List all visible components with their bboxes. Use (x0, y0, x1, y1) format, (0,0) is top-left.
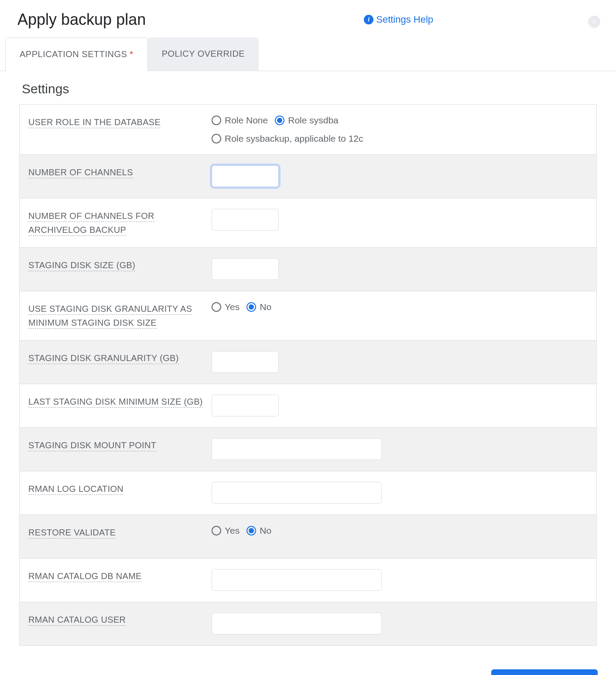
settings-help-link[interactable]: i Settings Help (364, 14, 433, 25)
tab-policy-override[interactable]: POLICY OVERRIDE (148, 38, 259, 71)
radio-option-restore_validate-1[interactable]: No (246, 525, 271, 536)
setting-control (212, 395, 588, 416)
info-icon: i (364, 15, 373, 24)
dialog-title: Apply backup plan (17, 10, 146, 29)
setting-row-num_channels: NUMBER OF CHANNELS (20, 155, 596, 198)
apply-backup-plan-dialog: Apply backup plan i Settings Help APPLIC… (0, 0, 616, 675)
num_channels-input[interactable] (212, 165, 279, 187)
radio-label: Role None (225, 115, 268, 126)
radio-label: No (260, 525, 271, 536)
radio-icon (212, 526, 221, 535)
last_staging_min_size-input[interactable] (212, 395, 279, 416)
close-icon (591, 19, 597, 25)
setting-label: RMAN LOG LOCATION (28, 482, 212, 496)
setting-row-staging_granularity: STAGING DISK GRANULARITY (GB) (20, 341, 596, 384)
setting-row-rman_catalog_db: RMAN CATALOG DB NAME (20, 559, 596, 602)
setting-control (212, 258, 588, 280)
section-title: Settings (19, 82, 597, 96)
radio-icon (212, 302, 221, 312)
radio-label: Yes (225, 302, 240, 312)
radio-label: Yes (225, 525, 240, 536)
setting-control: Role NoneRole sysdbaRole sysbackup, appl… (212, 115, 588, 144)
radio-icon (246, 526, 256, 535)
setting-row-user_role: USER ROLE IN THE DATABASERole NoneRole s… (20, 105, 596, 155)
setting-control (212, 209, 588, 231)
cancel-button[interactable]: Cancel (434, 672, 481, 675)
setting-row-restore_validate: RESTORE VALIDATEYesNo (20, 515, 596, 559)
radio-option-use_staging_granularity-0[interactable]: Yes (212, 302, 240, 312)
setting-row-staging_disk_size: STAGING DISK SIZE (GB) (20, 248, 596, 291)
rman_catalog_db-input[interactable] (212, 569, 382, 591)
setting-row-rman_log_location: RMAN LOG LOCATION (20, 471, 596, 515)
radio-icon (212, 116, 221, 125)
setting-control: YesNo (212, 302, 588, 312)
radio-option-user_role-2[interactable]: Role sysbackup, applicable to 12c (212, 133, 363, 144)
radio-icon (246, 302, 256, 312)
setting-label: STAGING DISK MOUNT POINT (28, 438, 212, 452)
setting-label: RMAN CATALOG DB NAME (28, 569, 212, 583)
dialog-footer: Cancel Apply backup plan (0, 655, 616, 675)
radio-icon (212, 134, 221, 143)
setting-control: YesNo (212, 525, 588, 536)
staging_granularity-input[interactable] (212, 351, 279, 373)
tab-application-settings[interactable]: APPLICATION SETTINGS* (5, 38, 148, 71)
dialog-header: Apply backup plan i Settings Help (0, 0, 616, 38)
close-button[interactable] (588, 16, 600, 28)
setting-row-num_channels_archivelog: NUMBER OF CHANNELS FOR ARCHIVELOG BACKUP (20, 198, 596, 248)
setting-label: USE STAGING DISK GRANULARITY AS MINIMUM … (28, 302, 212, 330)
radio-label: Role sysbackup, applicable to 12c (225, 133, 363, 144)
setting-row-staging_mount_point: STAGING DISK MOUNT POINT (20, 428, 596, 471)
settings-help-label: Settings Help (376, 14, 433, 25)
staging_disk_size-input[interactable] (212, 258, 279, 280)
setting-label: NUMBER OF CHANNELS (28, 165, 212, 179)
setting-row-rman_catalog_user: RMAN CATALOG USER (20, 602, 596, 646)
setting-label: RESTORE VALIDATE (28, 525, 212, 539)
radio-label: No (260, 302, 271, 312)
setting-row-use_staging_granularity: USE STAGING DISK GRANULARITY AS MINIMUM … (20, 291, 596, 341)
setting-control (212, 438, 588, 460)
rman_catalog_user-input[interactable] (212, 613, 382, 634)
setting-label: STAGING DISK SIZE (GB) (28, 258, 212, 272)
setting-row-last_staging_min_size: LAST STAGING DISK MINIMUM SIZE (GB) (20, 384, 596, 428)
setting-label: NUMBER OF CHANNELS FOR ARCHIVELOG BACKUP (28, 209, 212, 237)
radio-option-restore_validate-0[interactable]: Yes (212, 525, 240, 536)
settings-content: Settings USER ROLE IN THE DATABASERole N… (0, 71, 616, 646)
radio-option-user_role-0[interactable]: Role None (212, 115, 268, 126)
apply-button[interactable]: Apply backup plan (491, 669, 598, 675)
num_channels_archivelog-input[interactable] (212, 209, 279, 231)
radio-label: Role sysdba (288, 115, 339, 126)
settings-table: USER ROLE IN THE DATABASERole NoneRole s… (19, 104, 597, 646)
setting-label: USER ROLE IN THE DATABASE (28, 115, 212, 129)
required-indicator: * (130, 49, 133, 59)
radio-option-user_role-1[interactable]: Role sysdba (275, 115, 339, 126)
staging_mount_point-input[interactable] (212, 438, 382, 460)
rman_log_location-input[interactable] (212, 482, 382, 504)
tab-bar: APPLICATION SETTINGS*POLICY OVERRIDE (0, 38, 616, 71)
setting-label: RMAN CATALOG USER (28, 613, 212, 627)
setting-label: STAGING DISK GRANULARITY (GB) (28, 351, 212, 365)
setting-control (212, 165, 588, 187)
setting-control (212, 482, 588, 504)
radio-icon (275, 116, 284, 125)
radio-option-use_staging_granularity-1[interactable]: No (246, 302, 271, 312)
setting-label: LAST STAGING DISK MINIMUM SIZE (GB) (28, 395, 212, 409)
setting-control (212, 569, 588, 591)
setting-control (212, 613, 588, 634)
setting-control (212, 351, 588, 373)
